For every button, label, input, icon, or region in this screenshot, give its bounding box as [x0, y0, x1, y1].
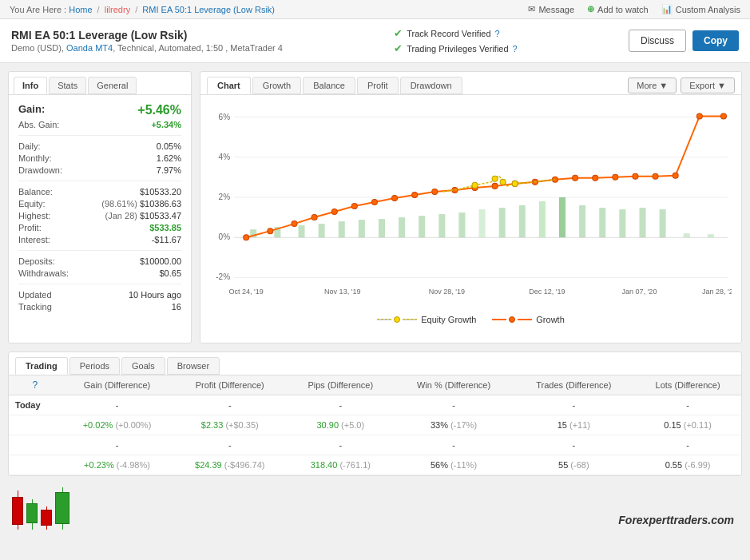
copy-button[interactable]: Copy: [692, 30, 739, 51]
svg-point-37: [331, 209, 337, 215]
right-panel: Chart Growth Balance Profit Drawdown Mor…: [200, 71, 742, 344]
verification-badges: ✔ Track Record Verified ? ✔ Trading Priv…: [394, 27, 518, 54]
monthly-row: Monthly: 1.62%: [18, 153, 181, 163]
more-button[interactable]: More ▼: [628, 77, 677, 93]
tab-browser[interactable]: Browser: [167, 357, 220, 375]
watermark: Forexperttraders.com: [610, 510, 742, 530]
breadcrumb-home[interactable]: Home: [69, 5, 92, 14]
svg-rect-28: [619, 209, 625, 237]
svg-rect-18: [419, 216, 425, 237]
help-icon-table[interactable]: ?: [32, 379, 38, 391]
title-left: RMI EA 50:1 Leverage (Low Rsik) Demo (US…: [11, 29, 283, 53]
svg-text:Dec 12, '19: Dec 12, '19: [529, 288, 565, 296]
svg-point-40: [392, 195, 398, 201]
svg-point-38: [351, 203, 357, 209]
message-nav[interactable]: ✉ Message: [528, 4, 574, 14]
equity-label: Equity:: [18, 199, 46, 209]
updated-value: 10 Hours ago: [129, 290, 181, 300]
equity-row: Equity: (98.61%) $10386.63: [18, 199, 181, 209]
drawdown-label: Drawdown:: [18, 165, 62, 175]
equity-pct: (98.61%): [101, 199, 137, 209]
tab-general[interactable]: General: [88, 77, 137, 94]
monthly-value: 1.62%: [157, 153, 181, 163]
daily-value: 0.05%: [157, 141, 181, 151]
gain-label: Gain:: [18, 103, 45, 117]
equity-growth-label: Equity Growth: [421, 315, 476, 324]
custom-analysis-nav[interactable]: 📊 Custom Analysis: [661, 4, 740, 14]
svg-rect-31: [684, 233, 690, 237]
tab-info[interactable]: Info: [14, 77, 47, 94]
svg-rect-24: [539, 201, 546, 237]
col-pips: Pips (Difference): [287, 375, 395, 395]
growth-legend: Growth: [492, 315, 564, 324]
divider4: [18, 284, 181, 284]
balance-row: Balance: $10533.20: [18, 187, 181, 197]
broker-link[interactable]: Oanda MT4: [66, 43, 113, 53]
svg-point-56: [720, 113, 726, 119]
updated-label: Updated: [18, 290, 52, 300]
row-gain-today: -: [62, 395, 173, 415]
tab-chart[interactable]: Chart: [207, 77, 251, 94]
svg-rect-30: [660, 209, 666, 237]
table-row: +0.23% (-4.98%) $24.39 (-$496.74) 318.40…: [9, 455, 741, 475]
title-section: RMI EA 50:1 Leverage (Low Rsik) Demo (US…: [0, 19, 750, 63]
balance-value: $10533.20: [140, 187, 181, 197]
action-buttons: Discuss Copy: [629, 30, 739, 52]
tab-drawdown[interactable]: Drawdown: [400, 77, 462, 94]
row-lots-week: 0.15 (+0.11): [634, 415, 741, 435]
daily-row: Daily: 0.05%: [18, 141, 181, 151]
abs-gain-label: Abs. Gain:: [18, 120, 59, 129]
svg-rect-14: [339, 221, 345, 237]
svg-rect-19: [438, 214, 445, 237]
svg-text:0%: 0%: [219, 232, 231, 241]
withdrawals-label: Withdrawals:: [18, 268, 69, 278]
breadcrumb-user[interactable]: lilredry: [105, 5, 130, 14]
tab-profit[interactable]: Profit: [357, 77, 399, 94]
discuss-button[interactable]: Discuss: [629, 30, 686, 52]
svg-point-54: [673, 173, 678, 178]
svg-rect-12: [299, 225, 305, 237]
svg-rect-25: [559, 197, 565, 237]
bottom-section: Trading Periods Goals Browser ? Gain (Di…: [8, 351, 742, 476]
svg-point-52: [633, 173, 638, 179]
svg-point-53: [653, 173, 658, 179]
svg-point-33: [244, 235, 249, 240]
tab-trading[interactable]: Trading: [15, 357, 68, 375]
tab-goals[interactable]: Goals: [121, 357, 165, 375]
tab-periods[interactable]: Periods: [69, 357, 120, 375]
add-to-watch-label: Add to watch: [597, 5, 649, 14]
tab-growth[interactable]: Growth: [252, 77, 301, 94]
col-help: ?: [9, 375, 62, 395]
daily-label: Daily:: [18, 141, 41, 151]
col-lots: Lots (Difference): [634, 375, 741, 395]
col-trades: Trades (Difference): [513, 375, 634, 395]
row-pips-month: -: [287, 435, 395, 455]
row-pips-total: 318.40 (-761.1): [287, 455, 395, 475]
profit-label: Profit:: [18, 223, 42, 232]
checkmark-icon: ✔: [394, 27, 403, 39]
withdrawals-row: Withdrawals: $0.65: [18, 268, 181, 278]
svg-text:Nov 28, '19: Nov 28, '19: [429, 288, 465, 296]
breadcrumb-current[interactable]: RMI EA 50:1 Leverage (Low Rsik): [142, 5, 275, 14]
row-profit-today: -: [173, 395, 288, 415]
add-to-watch-nav[interactable]: ⊕ Add to watch: [587, 4, 649, 14]
svg-point-50: [593, 175, 598, 181]
tab-stats[interactable]: Stats: [49, 77, 86, 94]
chart-icon: 📊: [661, 4, 673, 14]
drawdown-value: 7.97%: [157, 165, 181, 175]
abs-gain-row: Abs. Gain: +5.34%: [18, 120, 181, 129]
svg-point-58: [492, 176, 498, 181]
highest-row: Highest: (Jan 28) $10533.47: [18, 211, 181, 220]
checkmark-icon2: ✔: [394, 42, 403, 54]
svg-point-36: [312, 215, 317, 220]
export-button[interactable]: Export ▼: [681, 77, 735, 93]
table-row: - - - - - -: [9, 435, 741, 455]
row-label-week: [9, 415, 62, 435]
help-icon-track[interactable]: ?: [495, 29, 500, 38]
help-icon-trading[interactable]: ?: [513, 44, 518, 54]
tab-balance[interactable]: Balance: [303, 77, 355, 94]
chart-svg: 6% 4% 2% 0% -2%: [210, 101, 732, 309]
table-row: +0.02% (+0.00%) $2.33 (+$0.35) 30.90 (+5…: [9, 415, 741, 435]
col-gain: Gain (Difference): [62, 375, 173, 395]
svg-text:Jan 07, '20: Jan 07, '20: [622, 288, 657, 296]
